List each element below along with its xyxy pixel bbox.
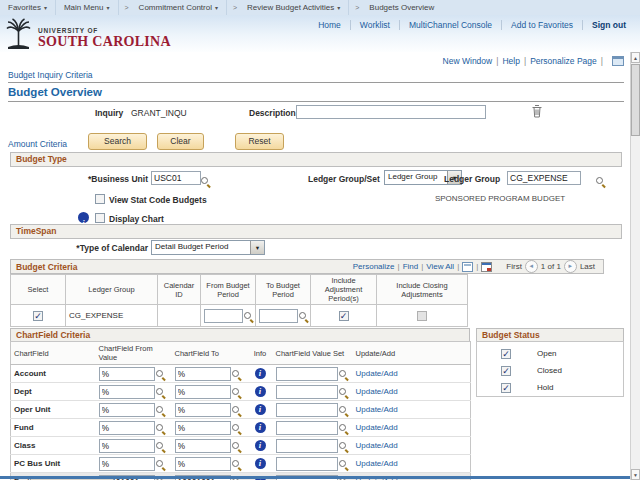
previous-row-icon[interactable]: ◂: [525, 260, 538, 273]
open-status-checkbox[interactable]: [501, 349, 511, 359]
update-add-link[interactable]: Update/Add: [356, 459, 398, 468]
lookup-icon[interactable]: [338, 369, 349, 380]
class-value-set-input[interactable]: [276, 439, 338, 453]
closed-status-checkbox[interactable]: [501, 366, 511, 376]
lookup-icon[interactable]: [338, 441, 349, 452]
lookup-icon[interactable]: [155, 369, 166, 380]
delete-trash-icon[interactable]: [531, 104, 543, 122]
hold-status-checkbox[interactable]: [501, 383, 511, 393]
update-add-link[interactable]: Update/Add: [356, 405, 398, 414]
view-stat-code-budgets-checkbox[interactable]: [95, 194, 105, 204]
info-icon[interactable]: [255, 422, 266, 433]
home-link[interactable]: Home: [309, 20, 351, 30]
from-budget-period-lookup-icon[interactable]: [243, 311, 254, 322]
info-icon[interactable]: [255, 458, 266, 469]
update-add-link[interactable]: Update/Add: [356, 423, 398, 432]
clear-button[interactable]: Clear: [157, 133, 204, 150]
lookup-icon[interactable]: [231, 405, 242, 416]
scrollbar-thumb[interactable]: [631, 64, 640, 136]
account-from-input[interactable]: [99, 367, 155, 381]
lookup-icon[interactable]: [338, 387, 349, 398]
view-all-link[interactable]: View All: [426, 262, 454, 271]
sign-out-link[interactable]: Sign out: [583, 20, 626, 30]
breadcrumb-item-review-budget-activities[interactable]: Review Budget Activities ▾: [239, 0, 349, 15]
oper-unit-from-input[interactable]: [99, 403, 155, 417]
class-from-input[interactable]: [99, 439, 155, 453]
info-icon[interactable]: [255, 368, 266, 379]
breadcrumb-item-budgets-overview[interactable]: Budgets Overview: [361, 0, 442, 15]
breadcrumb-item-main-menu[interactable]: Main Menu ▾: [56, 0, 119, 15]
find-link[interactable]: Find: [403, 262, 419, 271]
reset-button[interactable]: Reset: [235, 133, 284, 150]
oper-unit-value-set-input[interactable]: [276, 403, 338, 417]
to-budget-period-input[interactable]: [259, 309, 298, 323]
lookup-icon[interactable]: [155, 387, 166, 398]
pc-bus-unit-from-input[interactable]: [99, 457, 155, 471]
lookup-icon[interactable]: [155, 405, 166, 416]
lookup-icon[interactable]: [231, 369, 242, 380]
lookup-icon[interactable]: [338, 405, 349, 416]
class-to-input[interactable]: [175, 439, 231, 453]
lookup-icon[interactable]: [155, 423, 166, 434]
lookup-icon[interactable]: [231, 459, 242, 470]
pc-bus-unit-value-set-input[interactable]: [276, 457, 338, 471]
include-adjustment-checkbox[interactable]: [339, 311, 349, 321]
dept-to-input[interactable]: [175, 385, 231, 399]
lookup-icon[interactable]: [231, 441, 242, 452]
from-budget-period-input[interactable]: [204, 309, 243, 323]
vertical-scrollbar[interactable]: ▲ ▼: [630, 52, 640, 480]
lookup-icon[interactable]: [338, 459, 349, 470]
display-chart-checkbox[interactable]: [95, 213, 105, 223]
account-to-input[interactable]: [175, 367, 231, 381]
lookup-icon[interactable]: [338, 423, 349, 434]
ledger-group-input[interactable]: [507, 171, 581, 185]
fund-from-input[interactable]: [99, 421, 155, 435]
amount-criteria-link[interactable]: Amount Criteria: [8, 139, 67, 149]
multichannel-console-link[interactable]: MultiChannel Console: [400, 20, 502, 30]
lookup-icon[interactable]: [231, 423, 242, 434]
lookup-icon[interactable]: [231, 387, 242, 398]
download-to-excel-icon[interactable]: [481, 262, 492, 272]
update-add-link[interactable]: Update/Add: [356, 441, 398, 450]
worklist-link[interactable]: Worklist: [351, 20, 400, 30]
include-closing-checkbox[interactable]: [417, 311, 427, 321]
select-row-checkbox[interactable]: [33, 311, 43, 321]
description-input[interactable]: [296, 105, 486, 119]
new-window-link[interactable]: New Window: [443, 56, 493, 66]
chevron-down-icon: ▾: [337, 4, 340, 11]
ledger-group-lookup-icon[interactable]: [595, 176, 606, 187]
personalize-page-link[interactable]: Personalize Page: [530, 56, 597, 66]
lookup-icon[interactable]: [155, 441, 166, 452]
zoom-grid-icon[interactable]: [462, 262, 473, 272]
fund-to-input[interactable]: [175, 421, 231, 435]
info-icon[interactable]: [255, 386, 266, 397]
personalize-link[interactable]: Personalize: [353, 262, 395, 271]
dept-value-set-input[interactable]: [276, 385, 338, 399]
fund-value-set-input[interactable]: [276, 421, 338, 435]
help-link[interactable]: Help: [502, 56, 519, 66]
budget-inquiry-criteria-link[interactable]: Budget Inquiry Criteria: [8, 70, 93, 80]
update-add-link[interactable]: Update/Add: [356, 387, 398, 396]
to-budget-period-lookup-icon[interactable]: [298, 311, 309, 322]
dept-from-input[interactable]: [99, 385, 155, 399]
type-of-calendar-select[interactable]: Detail Budget Period ▼: [151, 240, 265, 255]
info-icon[interactable]: [255, 440, 266, 451]
breadcrumb-item-commitment-control[interactable]: Commitment Control ▾: [131, 0, 227, 15]
account-value-set-input[interactable]: [276, 367, 338, 381]
update-add-link[interactable]: Update/Add: [356, 369, 398, 378]
business-unit-input[interactable]: [151, 171, 201, 185]
next-row-icon[interactable]: ▸: [564, 260, 577, 273]
scroll-down-button[interactable]: ▼: [631, 469, 640, 480]
pc-bus-unit-to-input[interactable]: [175, 457, 231, 471]
info-icon[interactable]: [255, 404, 266, 415]
page-window-icon[interactable]: [612, 56, 624, 66]
lookup-icon[interactable]: [155, 459, 166, 470]
scroll-up-button[interactable]: ▲: [631, 52, 640, 63]
info-icon[interactable]: [78, 212, 89, 223]
oper-unit-to-input[interactable]: [175, 403, 231, 417]
breadcrumb-item-favorites[interactable]: Favorites ▾: [0, 0, 56, 15]
add-to-favorites-link[interactable]: Add to Favorites: [502, 20, 583, 30]
business-unit-lookup-icon[interactable]: [200, 176, 211, 187]
search-button[interactable]: Search: [88, 133, 147, 150]
breadcrumb-label: Budgets Overview: [369, 3, 434, 12]
